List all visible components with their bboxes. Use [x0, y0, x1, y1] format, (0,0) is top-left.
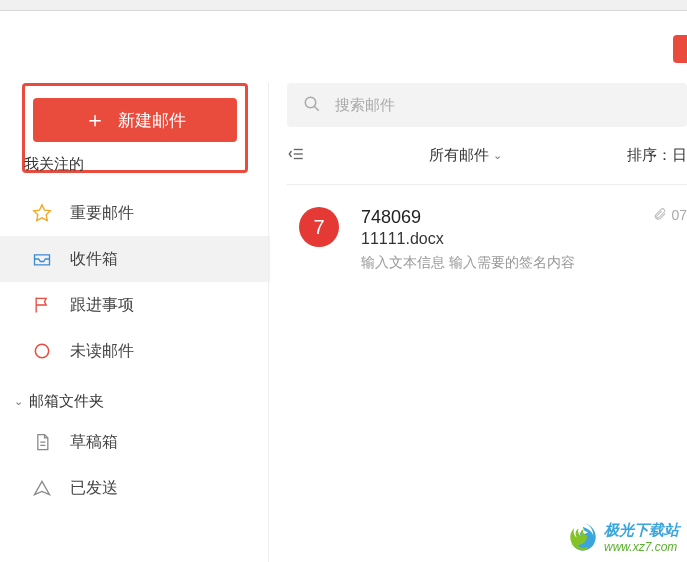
sidebar-item-important[interactable]: 重要邮件: [0, 190, 270, 236]
svg-point-1: [35, 344, 48, 357]
sort-value: 日: [672, 146, 687, 163]
main-layout: ＋ 新建邮件 我关注的 重要邮件 收件箱 跟进事项: [0, 59, 687, 562]
sent-icon: [32, 478, 52, 498]
avatar-initial: 7: [313, 216, 324, 239]
watermark-logo-icon: [566, 520, 600, 554]
sidebar-item-drafts[interactable]: 草稿箱: [0, 419, 270, 465]
window-titlebar-strip: [0, 0, 687, 11]
watermark-text: 极光下载站 www.xz7.com: [604, 521, 679, 554]
flag-icon: [32, 295, 52, 315]
sidebar-item-label: 跟进事项: [70, 295, 134, 316]
watermark-cn: 极光下载站: [604, 521, 679, 540]
sidebar-item-followup[interactable]: 跟进事项: [0, 282, 270, 328]
svg-marker-0: [34, 205, 51, 221]
sidebar-item-label: 草稿箱: [70, 432, 118, 453]
search-input[interactable]: 搜索邮件: [287, 83, 687, 127]
svg-line-3: [314, 106, 319, 111]
avatar: 7: [299, 207, 339, 247]
sidebar-section-label: 邮箱文件夹: [29, 392, 104, 411]
email-preview: 输入文本信息 输入需要的签名内容: [361, 254, 637, 272]
filter-dropdown[interactable]: 所有邮件 ⌄: [429, 146, 502, 165]
email-list-item[interactable]: 7 748069 11111.docx 输入文本信息 输入需要的签名内容 07: [269, 185, 687, 286]
sidebar-item-inbox[interactable]: 收件箱: [0, 236, 270, 282]
sort-dropdown[interactable]: 排序：日: [627, 146, 687, 165]
sidebar-item-sent[interactable]: 已发送: [0, 465, 270, 511]
content-pane: 搜索邮件 所有邮件 ⌄ 排序：日 7 748069 11111.docx 输入文…: [268, 83, 687, 562]
sidebar-item-label: 未读邮件: [70, 341, 134, 362]
search-placeholder: 搜索邮件: [335, 96, 395, 115]
watermark-url: www.xz7.com: [604, 540, 679, 554]
email-subject: 11111.docx: [361, 230, 637, 248]
search-icon: [303, 95, 321, 116]
attachment-icon: [653, 207, 667, 224]
chevron-down-icon: ⌄: [493, 149, 502, 162]
collapse-sidebar-icon[interactable]: [287, 145, 305, 166]
star-icon: [32, 203, 52, 223]
plus-icon: ＋: [84, 105, 106, 135]
list-header: 所有邮件 ⌄ 排序：日: [287, 145, 687, 166]
email-sender: 748069: [361, 207, 637, 228]
email-date: 07: [671, 207, 687, 223]
chevron-down-icon: ⌄: [14, 395, 23, 408]
app-logo-partial: [673, 35, 687, 63]
email-body: 748069 11111.docx 输入文本信息 输入需要的签名内容: [361, 207, 637, 272]
compose-button[interactable]: ＋ 新建邮件: [33, 98, 237, 142]
circle-icon: [32, 341, 52, 361]
sidebar-item-label: 重要邮件: [70, 203, 134, 224]
sidebar: ＋ 新建邮件 我关注的 重要邮件 收件箱 跟进事项: [0, 83, 270, 562]
compose-button-label: 新建邮件: [118, 109, 186, 132]
sidebar-item-label: 已发送: [70, 478, 118, 499]
svg-point-2: [305, 97, 316, 108]
watermark: 极光下载站 www.xz7.com: [566, 520, 679, 554]
filter-label-text: 所有邮件: [429, 146, 489, 165]
email-meta: 07: [637, 207, 687, 272]
sort-prefix: 排序：: [627, 146, 672, 163]
sidebar-item-label: 收件箱: [70, 249, 118, 270]
inbox-icon: [32, 249, 52, 269]
sidebar-item-unread[interactable]: 未读邮件: [0, 328, 270, 374]
app-header: [0, 11, 687, 59]
draft-icon: [32, 432, 52, 452]
sidebar-section-followed: 我关注的: [0, 155, 270, 174]
sidebar-section-folders[interactable]: ⌄ 邮箱文件夹: [0, 392, 270, 411]
